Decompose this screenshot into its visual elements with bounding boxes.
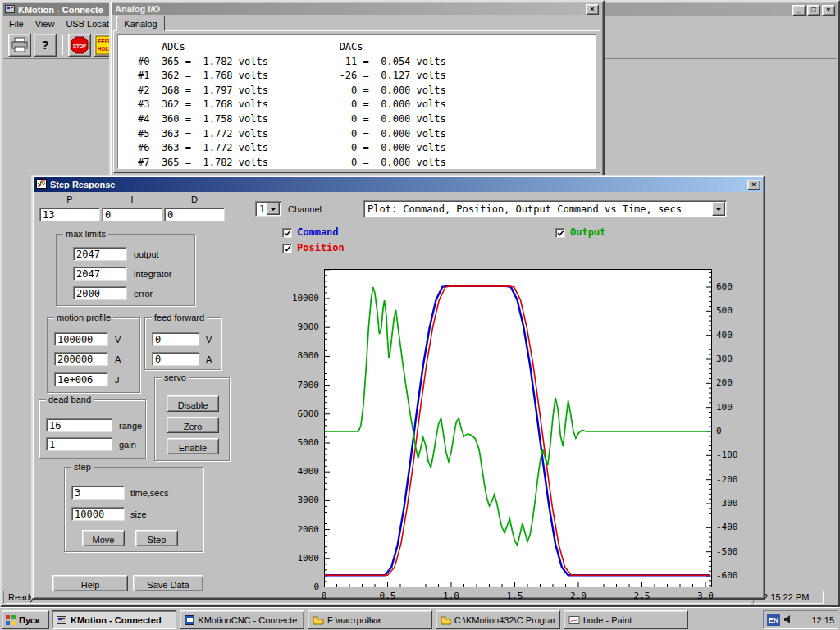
help-dialog-button[interactable]: Help xyxy=(52,575,128,591)
axis-tick-label: -200 xyxy=(716,474,738,485)
d-label: D xyxy=(164,194,225,204)
step-time-label: time,secs xyxy=(130,488,168,498)
kmotion-app-icon xyxy=(5,4,15,16)
axis-tick-label: -600 xyxy=(716,570,738,581)
close-button[interactable]: × xyxy=(822,5,835,16)
menu-view[interactable]: View xyxy=(30,17,61,30)
axis-tick-label: -400 xyxy=(716,522,738,532)
step-time-field[interactable]: 3 xyxy=(71,486,125,500)
start-label: Пуск xyxy=(19,615,39,625)
ff-velocity-label: V xyxy=(206,335,212,345)
start-button[interactable]: Пуск xyxy=(2,610,49,629)
axis-tick-label: 0 xyxy=(716,426,722,436)
chart-left-axis-labels: 0100020003000400050006000700080009000100… xyxy=(279,263,321,601)
velocity-field[interactable]: 100000 xyxy=(54,332,108,346)
max-output-field[interactable]: 2047 xyxy=(73,247,127,261)
velocity-label: V xyxy=(115,335,121,345)
adc-row-6: #6 363 = 1.772 volts 0 = 0.000 volts xyxy=(138,141,596,156)
dialog-title: Step Response xyxy=(50,180,115,189)
zero-button[interactable]: Zero xyxy=(167,417,219,433)
minimize-button[interactable]: _ xyxy=(792,5,806,16)
max-error-label: error xyxy=(134,289,153,299)
windows-logo-icon xyxy=(5,614,16,626)
command-checkbox[interactable] xyxy=(282,228,292,238)
channel-label: Channel xyxy=(288,204,322,214)
print-button[interactable] xyxy=(8,34,31,57)
acceleration-field[interactable]: 200000 xyxy=(54,352,108,366)
maximize-button[interactable]: □ xyxy=(807,5,820,16)
check-icon xyxy=(284,230,291,237)
ff-acceleration-field[interactable]: 0 xyxy=(152,352,199,366)
i-field[interactable]: 0 xyxy=(102,208,162,221)
max-integrator-field[interactable]: 2047 xyxy=(73,267,127,281)
p-label: P xyxy=(39,194,100,204)
save-data-button[interactable]: Save Data xyxy=(133,575,203,591)
ff-velocity-field[interactable]: 0 xyxy=(152,332,199,346)
position-checkbox[interactable] xyxy=(282,244,292,253)
help-button[interactable]: ? xyxy=(34,34,57,57)
kmotioncnc-task-icon xyxy=(185,615,194,625)
acceleration-label: A xyxy=(115,354,121,364)
stop-icon: STOP xyxy=(70,35,89,55)
motion-profile-group: motion profile 100000 V 200000 A 1e+006 … xyxy=(47,317,140,393)
feed-forward-group: feed forward 0 V 0 A xyxy=(144,317,221,370)
task-paint[interactable]: bode - Paint xyxy=(564,610,688,629)
stop-label: STOP xyxy=(73,43,86,48)
adc-row-7: #7 365 = 1.782 volts 0 = 0.000 volts xyxy=(138,156,596,169)
max-error-field[interactable]: 2000 xyxy=(73,286,127,300)
axis-tick-label: -100 xyxy=(716,450,738,460)
axis-tick-label: 500 xyxy=(716,305,733,316)
volume-icon[interactable] xyxy=(783,613,793,628)
analog-titlebar[interactable]: Analog I/O × xyxy=(112,3,601,15)
step-button[interactable]: Step xyxy=(135,530,178,546)
stop-button[interactable]: STOP xyxy=(68,34,91,57)
move-button[interactable]: Move xyxy=(82,530,125,546)
servo-legend: servo xyxy=(162,372,189,382)
axis-tick-label: 100 xyxy=(716,402,733,413)
axis-tick-label: 1.0 xyxy=(443,591,459,601)
dialog-close-button[interactable]: × xyxy=(747,180,760,190)
axis-tick-label: 300 xyxy=(716,354,733,364)
task-kmotioncnc[interactable]: KMotionCNC - Connecte... xyxy=(180,610,304,629)
output-checkbox-label: Output xyxy=(570,226,605,238)
language-indicator[interactable]: EN xyxy=(767,614,780,626)
plot-combo[interactable]: Plot: Command, Position, Output Command … xyxy=(363,200,727,217)
jerk-field[interactable]: 1e+006 xyxy=(54,372,108,386)
d-field[interactable]: 0 xyxy=(164,208,225,221)
channel-combo[interactable]: 1 xyxy=(255,201,281,217)
axis-tick-label: 9000 xyxy=(298,322,320,332)
p-field[interactable]: 13 xyxy=(39,208,100,221)
channel-dropdown-arrow-icon[interactable] xyxy=(267,203,280,215)
task-folder-nastroyki[interactable]: F:\настройки xyxy=(308,610,432,629)
folder-icon xyxy=(441,615,451,625)
chart-plot-area xyxy=(324,269,712,587)
menu-file[interactable]: File xyxy=(3,17,30,30)
step-response-chart: 0100020003000400050006000700080009000100… xyxy=(279,263,763,601)
analog-tab-page: ADCs DACs #0 365 = 1.782 volts -11 = 0.0… xyxy=(113,30,600,173)
task-folder-kmotion432[interactable]: C:\KMotion432\C Programs xyxy=(436,610,560,629)
range-field[interactable]: 16 xyxy=(46,418,112,432)
i-label: I xyxy=(102,194,162,204)
range-label: range xyxy=(119,421,142,431)
position-checkbox-label: Position xyxy=(297,242,345,253)
axis-tick-label: -300 xyxy=(716,498,738,509)
analog-close-button[interactable]: × xyxy=(586,4,599,15)
toolbar-separator xyxy=(62,35,63,55)
disable-button[interactable]: Disable xyxy=(167,395,219,412)
dialog-titlebar[interactable]: Step Response × xyxy=(34,177,763,192)
motion-profile-legend: motion profile xyxy=(54,313,113,322)
step-size-field[interactable]: 10000 xyxy=(71,507,125,521)
output-checkbox[interactable] xyxy=(555,228,565,238)
analog-io-window: Analog I/O × Kanalog ADCs DACs #0 365 = … xyxy=(109,0,605,177)
axis-tick-label: 1.5 xyxy=(507,591,523,601)
step-size-label: size xyxy=(130,509,147,519)
paint-icon xyxy=(568,615,580,625)
plot-dropdown-arrow-icon[interactable] xyxy=(712,202,725,216)
gain-field[interactable]: 1 xyxy=(46,437,112,451)
enable-button[interactable]: Enable xyxy=(167,438,219,454)
resize-grip xyxy=(825,591,837,604)
task-kmotion[interactable]: KMotion - Connected xyxy=(52,610,176,629)
task-label: F:\настройки xyxy=(327,615,381,625)
tab-kanalog[interactable]: Kanalog xyxy=(116,16,165,31)
axis-tick-label: 0.5 xyxy=(380,591,396,601)
